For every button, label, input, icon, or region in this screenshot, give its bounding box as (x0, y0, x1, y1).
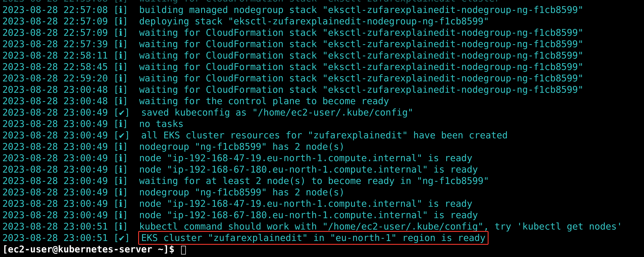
log-timestamp: 2023-08-28 23:00:51 (2, 232, 108, 244)
terminal-output[interactable]: 2023-08-28 22:55:08 [ℹ] waiting for Clou… (0, 0, 644, 255)
log-message: waiting for CloudFormation stack "eksctl… (139, 38, 584, 50)
log-timestamp: 2023-08-28 23:00:48 (2, 95, 108, 106)
log-message: node "ip-192-168-47-19.eu-north-1.comput… (139, 152, 472, 164)
log-level: [ℹ] (108, 118, 139, 130)
log-message: waiting for CloudFormation stack "eksctl… (139, 50, 584, 61)
log-level: [ℹ] (108, 152, 139, 164)
log-message: waiting for CloudFormation stack "eksctl… (139, 61, 584, 72)
log-message: all EKS cluster resources for "zufarexpl… (141, 130, 508, 141)
log-timestamp: 2023-08-28 23:00:49 (2, 141, 108, 152)
log-message: waiting for at least 2 node(s) to become… (139, 175, 489, 186)
log-level: [ℹ] (108, 16, 139, 27)
log-timestamp: 2023-08-28 23:00:49 (2, 186, 108, 198)
log-message: node "ip-192-168-47-19.eu-north-1.comput… (139, 198, 472, 209)
log-line: 2023-08-28 22:58:45 [ℹ] waiting for Clou… (0, 61, 644, 72)
log-level: [ℹ] (108, 50, 139, 61)
log-line: 2023-08-28 22:55:08 [ℹ] waiting for Clou… (0, 0, 644, 4)
log-level: [ℹ] (108, 220, 139, 232)
log-line: 2023-08-28 23:00:49 [ℹ] nodegroup "ng-f1… (0, 141, 644, 152)
log-line: 2023-08-28 22:57:09 [ℹ] waiting for Clou… (0, 27, 644, 38)
log-timestamp: 2023-08-28 22:58:11 (2, 50, 108, 61)
log-level: [✔] (108, 130, 141, 141)
log-line: 2023-08-28 23:00:49 [ℹ] node "ip-192-168… (0, 198, 644, 209)
log-line: 2023-08-28 23:00:49 [ℹ] nodegroup "ng-f1… (0, 186, 644, 198)
log-timestamp: 2023-08-28 22:57:08 (2, 4, 108, 16)
log-message: kubectl command should work with "/home/… (139, 220, 622, 232)
log-level: [ℹ] (108, 198, 139, 209)
log-message: EKS cluster "zufarexplainedit" in "eu-no… (141, 232, 486, 244)
cursor-icon (181, 246, 186, 254)
log-timestamp: 2023-08-28 22:57:39 (2, 38, 108, 50)
shell-prompt-line[interactable]: [ec2-user@kubernetes-server ~]$ (0, 244, 644, 255)
log-timestamp: 2023-08-28 23:00:49 (2, 209, 108, 220)
log-timestamp: 2023-08-28 23:00:48 (2, 84, 108, 95)
log-line: 2023-08-28 23:00:49 [ℹ] node "ip-192-168… (0, 164, 644, 175)
log-timestamp: 2023-08-28 22:55:08 (2, 0, 108, 4)
log-line: 2023-08-28 23:00:49 [ℹ] node "ip-192-168… (0, 209, 644, 220)
log-level: [ℹ] (108, 84, 139, 95)
log-line: 2023-08-28 23:00:49 [ℹ] no tasks (0, 118, 644, 130)
log-timestamp: 2023-08-28 23:00:49 (2, 152, 108, 164)
log-timestamp: 2023-08-28 23:00:49 (2, 118, 108, 130)
log-timestamp: 2023-08-28 23:00:49 (2, 164, 108, 175)
log-message: nodegroup "ng-f1cb8599" has 2 node(s) (139, 141, 345, 152)
log-level: [ℹ] (108, 164, 139, 175)
log-level: [✔] (108, 106, 141, 118)
log-line: 2023-08-28 22:57:09 [ℹ] deploying stack … (0, 16, 644, 27)
log-message: building managed nodegroup stack "eksctl… (139, 4, 584, 16)
log-timestamp: 2023-08-28 23:00:49 (2, 130, 108, 141)
log-line: 2023-08-28 22:57:39 [ℹ] waiting for Clou… (0, 38, 644, 50)
shell-prompt: [ec2-user@kubernetes-server ~]$ (2, 244, 180, 255)
log-line: 2023-08-28 23:00:48 [ℹ] waiting for the … (0, 95, 644, 106)
log-level: [ℹ] (108, 72, 139, 84)
log-line: 2023-08-28 22:59:20 [ℹ] waiting for Clou… (0, 72, 644, 84)
log-level: [ℹ] (108, 209, 139, 220)
log-level: [ℹ] (108, 175, 139, 186)
log-timestamp: 2023-08-28 23:00:49 (2, 106, 108, 118)
log-level: [ℹ] (108, 0, 139, 4)
log-line: 2023-08-28 23:00:49 [ℹ] waiting for at l… (0, 175, 644, 186)
log-timestamp: 2023-08-28 22:58:45 (2, 61, 108, 72)
log-line: 2023-08-28 23:00:49 [✔] all EKS cluster … (0, 130, 644, 141)
log-level: [ℹ] (108, 186, 139, 198)
log-message: waiting for CloudFormation stack "eksctl… (139, 72, 584, 84)
log-level: [ℹ] (108, 38, 139, 50)
log-line: 2023-08-28 23:00:49 [✔] saved kubeconfig… (0, 106, 644, 118)
log-level: [✔] (108, 232, 141, 244)
log-level: [ℹ] (108, 95, 139, 106)
log-message: nodegroup "ng-f1cb8599" has 2 node(s) (139, 186, 345, 198)
log-level: [ℹ] (108, 4, 139, 16)
log-message: no tasks (139, 118, 184, 130)
log-line: 2023-08-28 23:00:48 [ℹ] waiting for Clou… (0, 84, 644, 95)
log-message: node "ip-192-168-67-180.eu-north-1.compu… (139, 164, 478, 175)
log-message: node "ip-192-168-67-180.eu-north-1.compu… (139, 209, 478, 220)
log-line: 2023-08-28 23:00:51 [✔] EKS cluster "zuf… (0, 232, 644, 244)
log-level: [ℹ] (108, 141, 139, 152)
log-message: waiting for CloudFormation stack "eksctl… (139, 27, 584, 38)
log-message: saved kubeconfig as "/home/ec2-user/.kub… (141, 106, 414, 118)
log-level: [ℹ] (108, 27, 139, 38)
log-line: 2023-08-28 23:00:49 [ℹ] node "ip-192-168… (0, 152, 644, 164)
log-message: deploying stack "eksctl-zufarexplainedit… (139, 16, 489, 27)
log-timestamp: 2023-08-28 22:59:20 (2, 72, 108, 84)
log-timestamp: 2023-08-28 22:57:09 (2, 16, 108, 27)
log-message: waiting for CloudFormation stack "eksctl… (139, 0, 506, 4)
log-timestamp: 2023-08-28 23:00:49 (2, 198, 108, 209)
log-line: 2023-08-28 22:57:08 [ℹ] building managed… (0, 4, 644, 16)
log-message: waiting for CloudFormation stack "eksctl… (139, 84, 584, 95)
log-timestamp: 2023-08-28 22:57:09 (2, 27, 108, 38)
log-timestamp: 2023-08-28 23:00:51 (2, 220, 108, 232)
log-line: 2023-08-28 22:58:11 [ℹ] waiting for Clou… (0, 50, 644, 61)
log-timestamp: 2023-08-28 23:00:49 (2, 175, 108, 186)
log-line: 2023-08-28 23:00:51 [ℹ] kubectl command … (0, 220, 644, 232)
log-level: [ℹ] (108, 61, 139, 72)
log-message: waiting for the control plane to become … (139, 95, 389, 106)
